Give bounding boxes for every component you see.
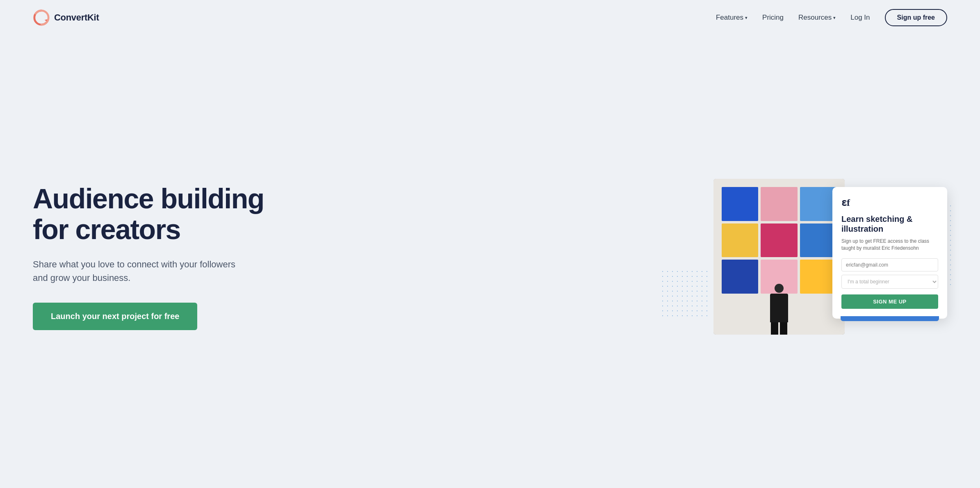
card-title: Learn sketching & illustration <box>841 214 938 234</box>
resources-link[interactable]: Resources ▾ <box>798 14 836 22</box>
features-chevron-icon: ▾ <box>745 15 748 21</box>
hero-section: Audience building for creators Share wha… <box>0 35 980 486</box>
login-link[interactable]: Log In <box>850 14 870 22</box>
cta-button[interactable]: Launch your next project for free <box>33 303 197 330</box>
hero-image-block: ɛf Learn sketching & illustration Sign u… <box>713 179 947 335</box>
artist-photo <box>713 179 845 335</box>
hero-left: Audience building for creators Share wha… <box>33 183 264 331</box>
signup-card: ɛf Learn sketching & illustration Sign u… <box>832 187 947 319</box>
art-grid <box>722 187 836 294</box>
navbar: ConvertKit Features ▾ Pricing Resources … <box>0 0 980 35</box>
hero-headline: Audience building for creators <box>33 183 264 245</box>
hero-right: ɛf Learn sketching & illustration Sign u… <box>668 179 947 335</box>
logo-text: ConvertKit <box>54 12 99 23</box>
hero-subtext: Share what you love to connect with your… <box>33 258 246 285</box>
signup-button[interactable]: Sign up free <box>885 9 947 26</box>
card-level-select[interactable]: I'm a total beginner <box>841 275 938 289</box>
card-logo: ɛf <box>841 197 938 208</box>
card-submit-button[interactable]: SIGN ME UP <box>841 294 938 309</box>
card-email-input[interactable] <box>841 258 938 271</box>
resources-chevron-icon: ▾ <box>833 15 836 21</box>
person-figure <box>770 284 788 335</box>
logo-icon <box>33 9 50 26</box>
logo-link[interactable]: ConvertKit <box>33 9 99 26</box>
card-description: Sign up to get FREE access to the class … <box>841 238 938 252</box>
card-bottom-bar <box>841 316 939 321</box>
features-link[interactable]: Features ▾ <box>716 14 748 22</box>
nav-links: Features ▾ Pricing Resources ▾ Log In Si… <box>716 9 947 26</box>
dots-decor-left <box>660 269 709 318</box>
pricing-link[interactable]: Pricing <box>762 14 784 22</box>
